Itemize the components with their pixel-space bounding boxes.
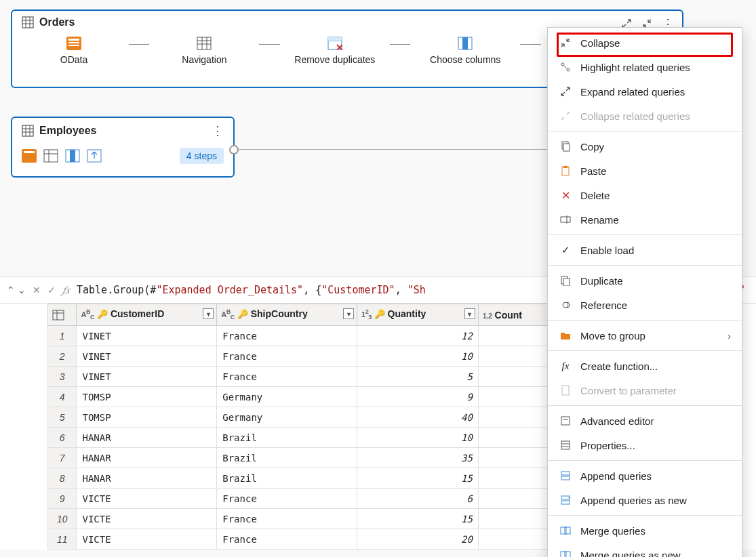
cell-customerid[interactable]: HANAR xyxy=(77,448,217,468)
cancel-icon[interactable]: ✕ xyxy=(33,285,41,295)
row-number[interactable]: 6 xyxy=(48,428,77,448)
cell-customerid[interactable]: VINET xyxy=(77,346,217,367)
table-row[interactable]: 6HANARBrazil1030 xyxy=(48,428,570,448)
step-mini-nav[interactable] xyxy=(43,149,58,163)
cell-shipcountry[interactable]: Brazil xyxy=(217,468,357,489)
row-number[interactable]: 4 xyxy=(48,387,77,407)
menu-enable-load[interactable]: ✓Enable load xyxy=(548,238,742,262)
row-number[interactable]: 3 xyxy=(48,367,77,387)
step-remove-duplicates[interactable]: Remove duplicates xyxy=(284,35,386,65)
cell-quantity[interactable]: 15 xyxy=(357,509,479,529)
rename-icon xyxy=(559,214,572,225)
cell-shipcountry[interactable]: Germany xyxy=(217,387,357,407)
filter-dropdown-icon[interactable]: ▾ xyxy=(203,308,214,319)
menu-merge-queries-new[interactable]: Merge queries as new xyxy=(548,543,742,557)
cell-quantity[interactable]: 9 xyxy=(357,387,479,407)
menu-merge-queries[interactable]: Merge queries xyxy=(548,518,742,543)
cell-customerid[interactable]: HANAR xyxy=(77,468,217,489)
menu-properties[interactable]: Properties... xyxy=(548,433,742,457)
cell-shipcountry[interactable]: France xyxy=(217,509,357,529)
cell-customerid[interactable]: VICTE xyxy=(77,529,217,550)
table-row[interactable]: 8HANARBrazil1560 xyxy=(48,468,570,489)
filter-dropdown-icon[interactable]: ▾ xyxy=(464,308,475,319)
row-number[interactable]: 9 xyxy=(48,489,77,509)
steps-count-badge[interactable]: 4 steps xyxy=(180,148,224,164)
fx-icon[interactable]: 𝑓𝑥 xyxy=(62,284,70,296)
cell-shipcountry[interactable]: France xyxy=(217,489,357,509)
cell-shipcountry[interactable]: Brazil xyxy=(217,448,357,468)
cell-customerid[interactable]: TOMSP xyxy=(77,407,217,428)
cell-shipcountry[interactable]: France xyxy=(217,326,357,346)
menu-create-function[interactable]: fxCreate function... xyxy=(548,354,742,378)
menu-delete[interactable]: ✕Delete xyxy=(548,183,742,207)
cell-shipcountry[interactable]: Brazil xyxy=(217,428,357,448)
employees-query-card[interactable]: Employees ⋮ 4 steps xyxy=(11,117,235,178)
step-odata[interactable]: OData xyxy=(23,35,125,65)
menu-rename[interactable]: Rename xyxy=(548,207,742,232)
row-number[interactable]: 2 xyxy=(48,346,77,367)
cell-customerid[interactable]: VINET xyxy=(77,326,217,346)
menu-copy[interactable]: Copy xyxy=(548,134,742,159)
table-row[interactable]: 10VICTEFrance1530 xyxy=(48,509,570,529)
menu-reference[interactable]: Reference xyxy=(548,293,742,317)
table-row[interactable]: 7HANARBrazil35175 xyxy=(48,448,570,468)
cell-shipcountry[interactable]: Germany xyxy=(217,407,357,428)
menu-expand-related[interactable]: Expand related queries xyxy=(548,79,742,104)
cell-quantity[interactable]: 40 xyxy=(357,407,479,428)
cell-customerid[interactable]: VINET xyxy=(77,367,217,387)
cell-quantity[interactable]: 15 xyxy=(357,468,479,489)
step-mini-expand[interactable] xyxy=(87,149,102,163)
table-corner[interactable] xyxy=(48,304,77,326)
menu-append-queries-new[interactable]: +Append queries as new xyxy=(548,488,742,512)
chevron-down-icon[interactable]: ⌄ xyxy=(18,285,26,295)
menu-highlight-related[interactable]: Highlight related queries xyxy=(548,55,742,79)
cell-customerid[interactable]: VICTE xyxy=(77,489,217,509)
formula-input[interactable]: Table.Group(#"Expanded Order_Details", {… xyxy=(77,284,426,296)
cell-quantity[interactable]: 6 xyxy=(357,489,479,509)
cell-quantity[interactable]: 5 xyxy=(357,367,479,387)
cell-shipcountry[interactable]: France xyxy=(217,529,357,550)
row-number[interactable]: 10 xyxy=(48,509,77,529)
table-row[interactable]: 11VICTEFrance20160 xyxy=(48,529,570,550)
cell-shipcountry[interactable]: France xyxy=(217,367,357,387)
menu-append-queries[interactable]: Append queries xyxy=(548,463,742,488)
cell-customerid[interactable]: TOMSP xyxy=(77,387,217,407)
menu-move-to-group[interactable]: Move to group› xyxy=(548,323,742,348)
step-mini-choose[interactable] xyxy=(65,149,80,163)
table-row[interactable]: 2VINETFrance1010 xyxy=(48,346,570,367)
step-mini-source[interactable] xyxy=(22,149,37,163)
cell-shipcountry[interactable]: France xyxy=(217,346,357,367)
chevron-up-icon[interactable]: ⌃ xyxy=(7,285,15,295)
col-customerid[interactable]: ABC 🔑 CustomerID▾ xyxy=(77,304,217,326)
menu-duplicate[interactable]: Duplicate xyxy=(548,268,742,293)
col-quantity[interactable]: 123 🔑 Quantity▾ xyxy=(357,304,479,326)
row-number[interactable]: 1 xyxy=(48,326,77,346)
row-number[interactable]: 8 xyxy=(48,468,77,489)
cell-quantity[interactable]: 10 xyxy=(357,428,479,448)
cell-quantity[interactable]: 12 xyxy=(357,326,479,346)
connection-node[interactable] xyxy=(229,145,239,154)
row-number[interactable]: 5 xyxy=(48,407,77,428)
more-icon[interactable]: ⋮ xyxy=(212,123,224,138)
filter-dropdown-icon[interactable]: ▾ xyxy=(343,308,354,319)
accept-icon[interactable]: ✓ xyxy=(47,285,56,295)
table-row[interactable]: 9VICTEFrance612 xyxy=(48,489,570,509)
cell-quantity[interactable]: 35 xyxy=(357,448,479,468)
svg-rect-60 xyxy=(561,552,566,557)
cell-customerid[interactable]: HANAR xyxy=(77,428,217,448)
cell-customerid[interactable]: VICTE xyxy=(77,509,217,529)
row-number[interactable]: 11 xyxy=(48,529,77,550)
step-navigation[interactable]: Navigation xyxy=(153,35,255,65)
menu-collapse[interactable]: Collapse xyxy=(548,30,742,55)
row-number[interactable]: 7 xyxy=(48,448,77,468)
col-shipcountry[interactable]: ABC 🔑 ShipCountry▾ xyxy=(217,304,357,326)
table-row[interactable]: 5TOMSPGermany4080 xyxy=(48,407,570,428)
step-choose-columns[interactable]: Choose columns xyxy=(414,35,516,65)
table-row[interactable]: 1VINETFrance1224 xyxy=(48,326,570,346)
menu-advanced-editor[interactable]: Advanced editor xyxy=(548,409,742,433)
cell-quantity[interactable]: 20 xyxy=(357,529,479,550)
table-row[interactable]: 3VINETFrance55 xyxy=(48,367,570,387)
table-row[interactable]: 4TOMSPGermany99 xyxy=(48,387,570,407)
menu-paste[interactable]: Paste xyxy=(548,159,742,183)
cell-quantity[interactable]: 10 xyxy=(357,346,479,367)
